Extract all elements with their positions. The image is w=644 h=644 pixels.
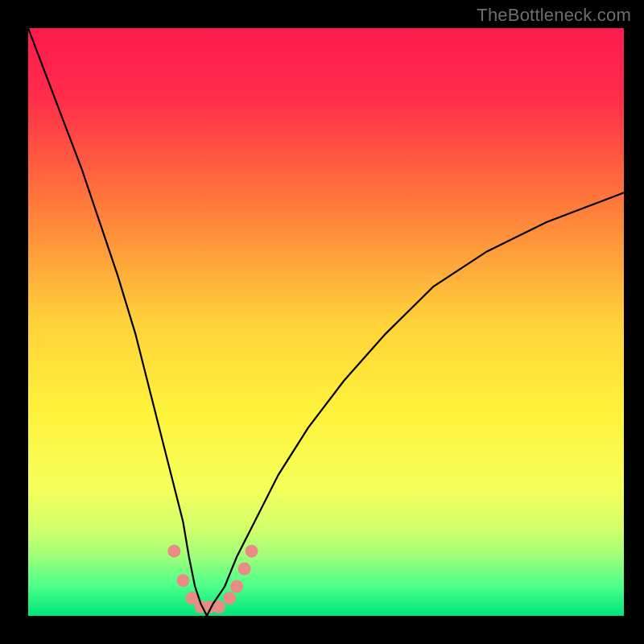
curve-layer [28, 28, 624, 616]
marker-point [230, 580, 243, 593]
marker-point [246, 545, 258, 558]
marker-point [238, 563, 251, 576]
marker-point [223, 592, 236, 605]
watermark-text: TheBottleneck.com [477, 5, 631, 26]
plot-area [28, 28, 624, 616]
marker-point [176, 574, 189, 587]
marker-point [167, 545, 180, 558]
chart-frame: TheBottleneck.com [0, 0, 644, 644]
bottleneck-curve [28, 28, 624, 616]
